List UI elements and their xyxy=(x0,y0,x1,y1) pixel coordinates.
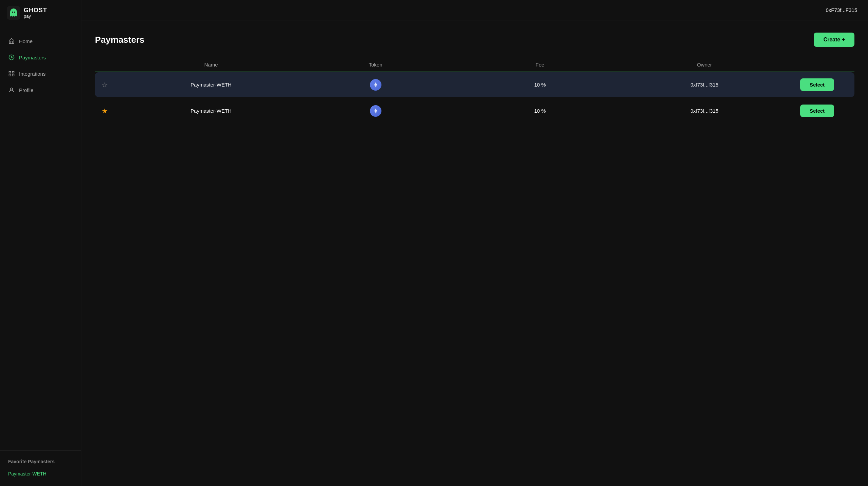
svg-point-8 xyxy=(11,88,13,90)
select-button-2[interactable]: Select xyxy=(800,105,834,117)
name-cell-2: Paymaster-WETH xyxy=(129,108,293,114)
svg-point-1 xyxy=(12,12,13,13)
main-content: 0xF73f...F315 Paymasters Create + Name T… xyxy=(81,0,868,486)
sidebar-item-paymasters[interactable]: Paymasters xyxy=(0,49,81,66)
sidebar-item-integrations[interactable]: Integrations xyxy=(0,66,81,82)
col-header-token: Token xyxy=(293,62,458,68)
profile-icon xyxy=(8,87,15,93)
col-header-owner: Owner xyxy=(622,62,787,68)
svg-rect-7 xyxy=(9,74,11,76)
svg-rect-6 xyxy=(12,74,14,76)
star-cell-2[interactable]: ★ xyxy=(102,107,129,115)
page-header: Paymasters Create + xyxy=(95,33,854,47)
col-header-fee: Fee xyxy=(458,62,622,68)
owner-cell-1: 0xf73f...f315 xyxy=(622,82,787,88)
content-area: Paymasters Create + Name Token Fee Owner… xyxy=(81,20,868,486)
token-cell-1 xyxy=(293,79,458,91)
table-row[interactable]: ★ Paymaster-WETH 10 % 0xf73f...f315 Sele… xyxy=(95,98,854,123)
sidebar-item-profile-label: Profile xyxy=(19,87,34,93)
logo-name-pay: pay xyxy=(24,14,47,19)
favorite-item-paymaster-weth[interactable]: Paymaster-WETH xyxy=(8,470,73,478)
svg-rect-4 xyxy=(9,71,11,73)
fee-cell-2: 10 % xyxy=(458,108,622,114)
action-cell-2: Select xyxy=(787,105,848,117)
favorite-section-title: Favorite Paymasters xyxy=(8,459,73,464)
col-header-name: Name xyxy=(129,62,293,68)
logo-area: GHOST pay xyxy=(0,0,81,26)
table-header: Name Token Fee Owner xyxy=(95,58,854,72)
sidebar-item-integrations-label: Integrations xyxy=(19,71,45,77)
paymasters-table: Name Token Fee Owner ☆ Paymaster-WETH xyxy=(95,58,854,123)
svg-rect-5 xyxy=(12,71,14,73)
action-cell-1: Select xyxy=(787,78,848,91)
table-row[interactable]: ☆ Paymaster-WETH 10 % 0xf73f...f315 Sele… xyxy=(95,72,854,97)
svg-point-2 xyxy=(14,12,15,13)
topbar: 0xF73f...F315 xyxy=(81,0,868,20)
ghost-logo-icon xyxy=(7,6,20,20)
col-header-star xyxy=(102,62,129,68)
sidebar-item-paymasters-label: Paymasters xyxy=(19,55,46,60)
sidebar: GHOST pay Home Paymasters xyxy=(0,0,81,486)
name-cell-1: Paymaster-WETH xyxy=(129,82,293,88)
logo-text: GHOST pay xyxy=(24,7,47,19)
create-button[interactable]: Create + xyxy=(814,33,854,47)
col-header-action xyxy=(787,62,848,68)
eth-token-icon xyxy=(370,79,381,91)
sidebar-item-profile[interactable]: Profile xyxy=(0,82,81,98)
token-cell-2 xyxy=(293,105,458,117)
fee-cell-1: 10 % xyxy=(458,82,622,88)
paymasters-icon xyxy=(8,54,15,61)
page-title: Paymasters xyxy=(95,35,144,45)
star-icon-filled[interactable]: ★ xyxy=(102,107,108,115)
owner-cell-2: 0xf73f...f315 xyxy=(622,108,787,114)
sidebar-item-home-label: Home xyxy=(19,38,33,44)
sidebar-bottom: Favorite Paymasters Paymaster-WETH xyxy=(0,450,81,486)
star-cell-1[interactable]: ☆ xyxy=(102,81,129,89)
sidebar-nav: Home Paymasters Integratio xyxy=(0,26,81,450)
home-icon xyxy=(8,38,15,44)
integrations-icon xyxy=(8,70,15,77)
eth-token-icon-2 xyxy=(370,105,381,117)
logo-name-ghost: GHOST xyxy=(24,7,47,14)
star-icon-outline[interactable]: ☆ xyxy=(102,81,108,89)
select-button-1[interactable]: Select xyxy=(800,78,834,91)
sidebar-item-home[interactable]: Home xyxy=(0,33,81,49)
wallet-address: 0xF73f...F315 xyxy=(826,7,857,13)
